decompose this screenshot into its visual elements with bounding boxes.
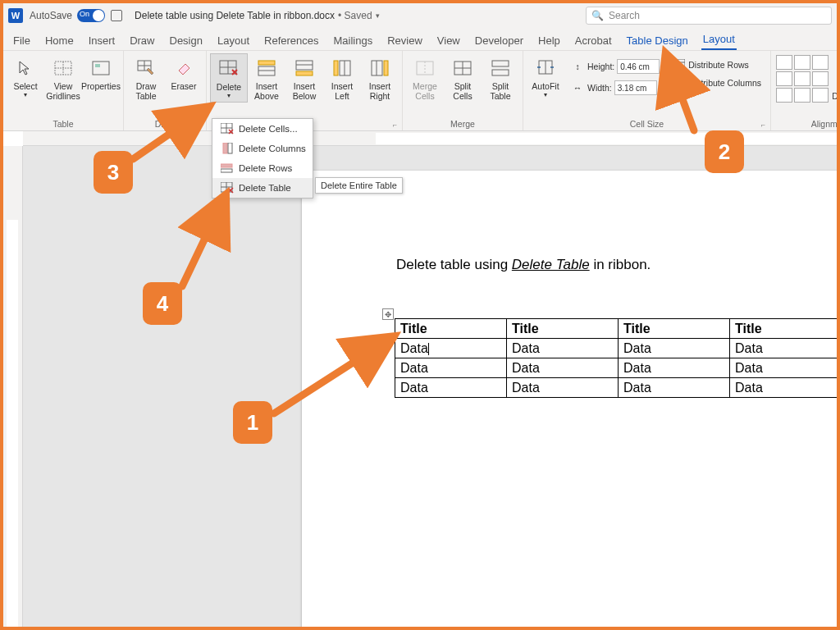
align-br[interactable] <box>812 88 829 103</box>
svg-rect-47 <box>221 169 232 172</box>
align-tr[interactable] <box>812 55 829 70</box>
group-alignment: AText Direction M Alignment <box>771 51 840 130</box>
menu-delete-columns[interactable]: Delete Columns <box>212 139 313 158</box>
tab-layout[interactable]: Layout <box>216 31 251 50</box>
insert-below-button[interactable]: Insert Below <box>285 53 323 103</box>
menu-delete-table[interactable]: Delete Table <box>212 178 313 198</box>
callout-badge-4: 4 <box>143 282 182 325</box>
distribute-rows-button[interactable]: Distribute Rows <box>668 58 765 71</box>
svg-rect-4 <box>95 64 100 67</box>
insert-above-button[interactable]: Insert Above <box>248 53 285 103</box>
title-dropdown-icon[interactable]: ▾ <box>376 11 380 20</box>
save-status: • Saved <box>338 10 372 21</box>
group-draw: Draw Table Eraser Draw <box>124 51 207 130</box>
align-mc[interactable] <box>794 71 810 86</box>
table-row[interactable]: TitleTitleTitleTitleTi <box>395 319 838 339</box>
tab-view[interactable]: View <box>436 31 462 50</box>
split-table-button[interactable]: Split Table <box>482 53 519 103</box>
eraser-icon <box>176 56 192 80</box>
insert-left-button[interactable]: Insert Left <box>323 53 361 103</box>
search-input[interactable]: 🔍 Search <box>586 7 832 25</box>
svg-rect-35 <box>672 77 685 89</box>
tab-table-design[interactable]: Table Design <box>625 31 690 50</box>
group-label-merge: Merge <box>406 117 519 130</box>
alignment-grid[interactable] <box>776 55 829 103</box>
titlebar: W AutoSave On Delete table using Delete … <box>3 3 837 28</box>
svg-rect-45 <box>228 143 232 153</box>
search-placeholder: Search <box>609 10 640 21</box>
align-ml[interactable] <box>776 71 792 86</box>
select-button[interactable]: Select▾ <box>7 53 44 101</box>
insert-left-icon <box>333 56 351 80</box>
document-area: Delete table using Delete Table in ribbo… <box>23 146 837 627</box>
dialog-launcher-icon[interactable]: ⌐ <box>393 121 397 129</box>
distribute-cols-button[interactable]: Distribute Columns <box>668 76 765 89</box>
view-gridlines-button[interactable]: View Gridlines <box>44 53 82 103</box>
group-label-cellsize: Cell Size⌐ <box>527 117 767 130</box>
autofit-button[interactable]: AutoFit▾ <box>527 53 564 101</box>
tab-layout-context[interactable]: Layout <box>701 30 737 50</box>
group-label-table: Table <box>7 117 120 130</box>
svg-rect-46 <box>221 164 232 167</box>
tooltip-delete-table: Delete Entire Table <box>315 177 403 194</box>
svg-rect-28 <box>492 61 509 66</box>
svg-rect-19 <box>334 61 338 75</box>
document-heading[interactable]: Delete table using Delete Table in ribbo… <box>396 257 651 273</box>
tab-references[interactable]: References <box>262 31 320 50</box>
tab-mailings[interactable]: Mailings <box>332 31 375 50</box>
svg-rect-3 <box>93 62 109 75</box>
group-label-alignment: Alignment <box>774 117 840 130</box>
dist-rows-icon <box>671 59 686 71</box>
properties-button[interactable]: Properties <box>82 53 120 94</box>
split-cells-button[interactable]: Split Cells <box>444 53 482 103</box>
callout-badge-1: 1 <box>233 401 272 444</box>
gridlines-icon <box>54 56 72 80</box>
tab-acrobat[interactable]: Acrobat <box>573 31 614 50</box>
page[interactable]: Delete table using Delete Table in ribbo… <box>302 171 837 627</box>
merge-cells-button: Merge Cells <box>406 53 444 103</box>
merge-cells-icon <box>416 56 434 80</box>
tab-home[interactable]: Home <box>43 31 75 50</box>
eraser-button[interactable]: Eraser <box>165 53 203 94</box>
ribbon: Select▾ View Gridlines Properties Table … <box>3 51 837 131</box>
dist-cols-icon <box>671 77 686 89</box>
table-row[interactable]: DataDataDataDataDa <box>395 339 838 358</box>
insert-right-button[interactable]: Insert Right <box>361 53 399 103</box>
tab-insert[interactable]: Insert <box>87 31 117 50</box>
row-height-field[interactable]: ↕Height:0.46 cm <box>567 58 663 75</box>
menu-delete-rows[interactable]: Delete Rows <box>212 158 313 178</box>
properties-icon <box>92 56 110 80</box>
tab-developer[interactable]: Developer <box>473 31 525 50</box>
callout-badge-2: 2 <box>705 130 744 173</box>
dialog-launcher-icon[interactable]: ⌐ <box>761 121 765 129</box>
table-move-handle[interactable]: ✥ <box>382 308 394 320</box>
svg-rect-13 <box>258 61 275 65</box>
height-icon: ↕ <box>570 62 585 71</box>
align-tc[interactable] <box>794 55 810 70</box>
tab-help[interactable]: Help <box>536 31 562 50</box>
col-width-field[interactable]: ↔Width:3.18 cm <box>567 80 663 96</box>
align-bc[interactable] <box>794 88 810 103</box>
draw-table-button[interactable]: Draw Table <box>127 53 165 103</box>
tab-design[interactable]: Design <box>168 31 204 50</box>
table-row[interactable]: DataDataDataDataDa <box>395 358 838 378</box>
align-mr[interactable] <box>812 71 829 86</box>
document-table[interactable]: TitleTitleTitleTitleTi DataDataDataDataD… <box>395 318 837 398</box>
callout-badge-3: 3 <box>94 151 133 194</box>
svg-rect-44 <box>223 143 227 153</box>
word-app-icon: W <box>8 8 23 23</box>
align-tl[interactable] <box>776 55 792 70</box>
table-cell-cursor[interactable]: Data <box>395 339 507 358</box>
tab-file[interactable]: File <box>11 31 32 50</box>
tab-draw[interactable]: Draw <box>128 31 156 50</box>
align-bl[interactable] <box>776 88 792 103</box>
tab-review[interactable]: Review <box>386 31 424 50</box>
delete-button[interactable]: Delete▾ <box>210 53 248 103</box>
save-icon[interactable] <box>110 9 123 22</box>
autosave-toggle[interactable]: On <box>77 9 105 22</box>
table-row[interactable]: DataDataDataDataDa <box>395 378 838 398</box>
width-icon: ↔ <box>570 83 585 93</box>
menu-delete-cells[interactable]: Delete Cells... <box>212 119 313 139</box>
vertical-ruler[interactable] <box>3 146 23 627</box>
text-direction-button[interactable]: AText Direction <box>830 53 840 103</box>
